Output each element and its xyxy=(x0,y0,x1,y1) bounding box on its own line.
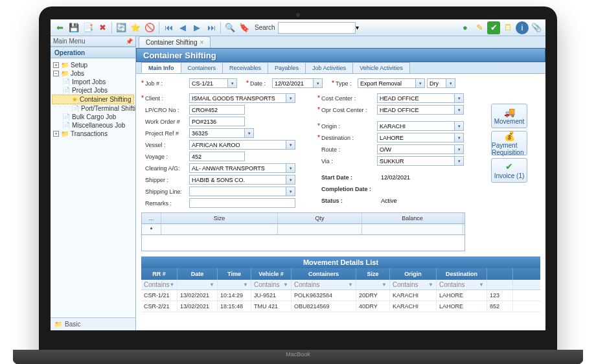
prev-icon[interactable]: ◀ xyxy=(176,21,189,34)
search-dropdown[interactable]: ▾ xyxy=(356,24,359,31)
first-icon[interactable]: ⏮ xyxy=(162,21,175,34)
filter-icon[interactable]: 🔖 xyxy=(238,21,251,34)
last-icon[interactable]: ⏭ xyxy=(205,21,218,34)
client-input[interactable] xyxy=(189,93,286,103)
clr-input[interactable] xyxy=(189,163,286,173)
type-input[interactable] xyxy=(358,78,416,88)
filter-icon[interactable]: ▼ xyxy=(479,282,484,288)
mvt-col-date[interactable]: Date xyxy=(178,268,218,280)
lpcro-input[interactable] xyxy=(189,105,245,115)
cc-dd[interactable]: ▾ xyxy=(455,93,464,103)
org-input[interactable] xyxy=(377,121,455,131)
job-input[interactable] xyxy=(189,78,228,88)
tree-container-shifting[interactable]: ★Container Shifting xyxy=(52,95,134,104)
mvt-col-origin[interactable]: Origin xyxy=(390,268,437,280)
back-icon[interactable]: ⬅ xyxy=(53,21,66,34)
filter-icon[interactable]: ▼ xyxy=(382,282,387,288)
rt-dd[interactable]: ▾ xyxy=(455,144,464,154)
via-input[interactable] xyxy=(377,156,455,166)
save-icon[interactable]: 💾 xyxy=(67,21,80,34)
type-dd[interactable]: ▾ xyxy=(416,78,425,88)
rem-input[interactable] xyxy=(189,198,295,208)
table-row[interactable]: CSR-1/2113/02/202110:14:29JU-9521POLK963… xyxy=(141,290,540,301)
grid-col-expand[interactable]: ... xyxy=(142,213,161,223)
grid-col-qty[interactable]: Qty xyxy=(278,213,362,223)
document-tab[interactable]: Container Shifting × xyxy=(139,36,211,48)
tree-import-jobs[interactable]: 📄Import Jobs xyxy=(52,78,134,86)
line-dd[interactable]: ▾ xyxy=(286,187,295,196)
invoice-button[interactable]: ✔Invoice (1) xyxy=(491,158,527,183)
cancel-icon[interactable]: 🚫 xyxy=(143,21,156,34)
filter-icon[interactable]: ▼ xyxy=(283,282,288,288)
subtab-job-activities[interactable]: Job Activities xyxy=(305,62,353,73)
favorite-icon[interactable]: ⭐ xyxy=(129,21,142,34)
shp-input[interactable] xyxy=(189,175,286,185)
info-icon[interactable]: i xyxy=(516,21,529,34)
go-icon[interactable]: ● xyxy=(459,21,472,34)
tree-port-terminal[interactable]: 📄Port/Terminal Shifting xyxy=(52,104,134,113)
rt-input[interactable] xyxy=(377,144,455,154)
tree-jobs[interactable]: −📁Jobs xyxy=(52,69,134,78)
mvt-col-rr[interactable]: RR # xyxy=(141,268,178,280)
next-icon[interactable]: ▶ xyxy=(190,21,203,34)
attach-icon[interactable]: 📎 xyxy=(530,21,543,34)
note-icon[interactable]: 🗒 xyxy=(501,21,514,34)
pref-dd[interactable]: ▾ xyxy=(245,128,254,138)
pin-icon[interactable]: 📌 xyxy=(126,38,133,45)
occ-dd[interactable]: ▾ xyxy=(455,105,464,115)
mvt-col-extra[interactable] xyxy=(487,268,513,280)
subtab-main-info[interactable]: Main Info xyxy=(141,62,181,73)
filter-icon[interactable]: ▼ xyxy=(428,282,433,288)
date-dd[interactable]: ▾ xyxy=(314,78,323,88)
subtab-receivables[interactable]: Receivables xyxy=(222,62,268,73)
tree-transactions[interactable]: +📁Transactions xyxy=(52,130,134,138)
grid-col-balance[interactable]: Balance xyxy=(362,213,463,223)
filter-icon[interactable]: ▼ xyxy=(243,282,248,288)
delete-icon[interactable]: ✖ xyxy=(96,21,109,34)
filter-icon[interactable]: ▼ xyxy=(169,282,174,288)
subtab-payables[interactable]: Payables xyxy=(268,62,306,73)
subtab-vehicle-activities[interactable]: Vehicle Activities xyxy=(352,62,410,73)
mvt-col-vehicle[interactable]: Vehicle # xyxy=(251,268,292,280)
table-row[interactable]: CSR-2/2113/02/202118:15:48TMU 421OBU8214… xyxy=(141,301,540,312)
movement-button[interactable]: 🚚Movement xyxy=(491,104,527,128)
date-input[interactable] xyxy=(272,78,314,88)
dst-dd[interactable]: ▾ xyxy=(455,133,464,142)
refresh-icon[interactable]: 🔄 xyxy=(115,21,128,34)
wo-input[interactable] xyxy=(189,117,245,126)
tree-bulk-cargo[interactable]: 📄Bulk Cargo Job xyxy=(52,113,134,121)
type2-dd[interactable]: ▾ xyxy=(446,78,455,88)
mvt-col-size[interactable]: Size xyxy=(356,268,390,280)
line-input[interactable] xyxy=(189,187,286,196)
close-tab-icon[interactable]: × xyxy=(200,39,204,46)
grid-col-size[interactable]: Size xyxy=(161,213,278,223)
mvt-col-destination[interactable]: Destination xyxy=(437,268,487,280)
job-dd[interactable]: ▾ xyxy=(228,78,237,88)
filter-icon[interactable]: ▼ xyxy=(348,282,353,288)
mvt-col-time[interactable]: Time xyxy=(218,268,251,280)
tree-setup[interactable]: +📁Setup xyxy=(52,61,134,69)
org-dd[interactable]: ▾ xyxy=(455,121,464,131)
dst-input[interactable] xyxy=(377,133,455,142)
saveall-icon[interactable]: 📑 xyxy=(82,21,95,34)
zoom-icon[interactable]: 🔍 xyxy=(224,21,236,34)
tree-project-jobs[interactable]: 📄Project Jobs xyxy=(52,86,134,95)
clr-dd[interactable]: ▾ xyxy=(286,163,295,173)
shp-dd[interactable]: ▾ xyxy=(286,175,295,185)
vessel-input[interactable] xyxy=(189,140,286,150)
filter-icon[interactable]: ▼ xyxy=(209,282,214,288)
pref-input[interactable] xyxy=(189,128,245,138)
mvt-col-containers[interactable]: Containers xyxy=(292,268,356,280)
type2-input[interactable] xyxy=(427,78,446,88)
occ-input[interactable] xyxy=(377,105,455,115)
client-dd[interactable]: ▾ xyxy=(286,93,295,103)
payment-req-button[interactable]: 💰Payment Requisition xyxy=(491,131,527,155)
check-icon[interactable]: ✔ xyxy=(487,21,500,34)
cc-input[interactable] xyxy=(377,93,455,103)
edit-icon[interactable]: ✎ xyxy=(473,21,486,34)
vessel-dd[interactable]: ▾ xyxy=(286,140,295,150)
subtab-containers[interactable]: Containers xyxy=(181,62,224,73)
search-input[interactable] xyxy=(278,22,356,34)
voy-input[interactable] xyxy=(189,152,245,161)
via-dd[interactable]: ▾ xyxy=(455,156,464,166)
